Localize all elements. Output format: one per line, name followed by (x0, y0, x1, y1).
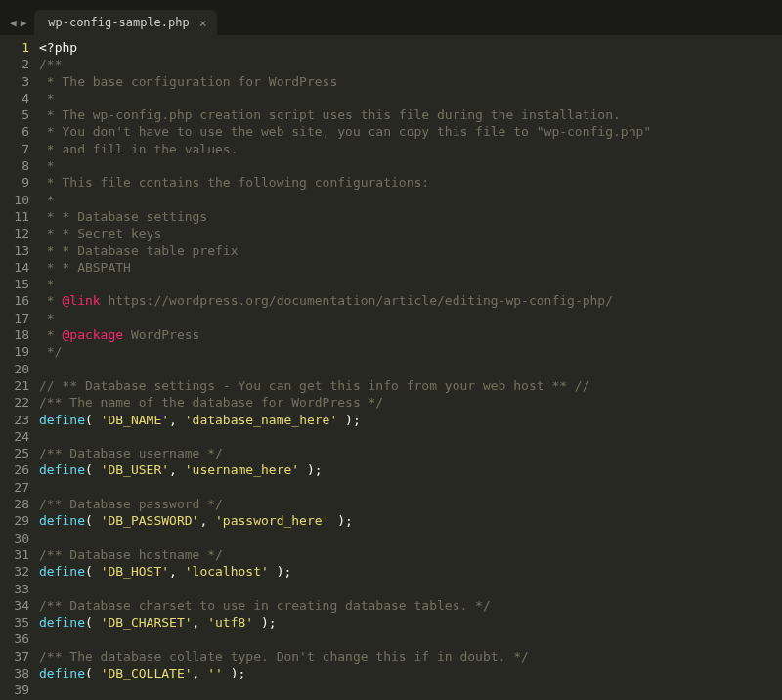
code-line[interactable]: * * Secret keys (39, 225, 782, 241)
code-line[interactable]: * @package WordPress (39, 327, 782, 343)
code-line[interactable]: /** (39, 56, 782, 72)
code-line[interactable]: * (39, 157, 782, 174)
line-number: 32 (6, 563, 29, 580)
code-line[interactable]: define( 'DB_CHARSET', 'utf8' ); (39, 614, 782, 631)
code-line[interactable]: <?php (39, 39, 782, 56)
code-line[interactable]: * * Database table prefix (39, 242, 782, 259)
code-line[interactable]: * (39, 192, 782, 208)
nav-back-icon[interactable]: ◀ (10, 17, 17, 29)
line-number: 11 (6, 208, 29, 225)
nav-forward-icon[interactable]: ▶ (21, 17, 27, 29)
file-tab-label: wp-config-sample.php (48, 16, 190, 29)
code-line[interactable]: * * Database settings (39, 208, 782, 225)
line-number: 9 (6, 174, 29, 191)
code-line[interactable]: // ** Database settings - You can get th… (39, 377, 782, 394)
code-line[interactable]: /** Database hostname */ (39, 547, 782, 563)
code-line[interactable] (39, 479, 782, 496)
line-number: 37 (6, 648, 29, 665)
line-number: 14 (6, 259, 29, 276)
code-line[interactable]: define( 'DB_USER', 'username_here' ); (39, 461, 782, 478)
code-line[interactable]: * * ABSPATH (39, 259, 782, 276)
line-number: 36 (6, 631, 29, 647)
code-area[interactable]: <?php/** * The base configuration for Wo… (39, 35, 782, 700)
code-line[interactable]: * The base configuration for WordPress (39, 73, 782, 90)
code-line[interactable] (39, 581, 782, 597)
line-number: 18 (6, 327, 29, 343)
line-number: 13 (6, 242, 29, 259)
line-number: 8 (6, 157, 29, 174)
line-number: 17 (6, 310, 29, 327)
line-number: 22 (6, 394, 29, 411)
line-number: 12 (6, 225, 29, 241)
nav-arrows: ◀ ▶ (8, 17, 34, 35)
line-number: 2 (6, 56, 29, 72)
code-line[interactable] (39, 361, 782, 377)
editor[interactable]: 1234567891011121314151617181920212223242… (0, 35, 782, 700)
line-number: 29 (6, 512, 29, 529)
code-line[interactable]: /** The name of the database for WordPre… (39, 394, 782, 411)
line-number: 19 (6, 343, 29, 360)
line-number: 35 (6, 614, 29, 631)
line-number: 38 (6, 665, 29, 681)
line-number: 30 (6, 530, 29, 547)
code-line[interactable]: * This file contains the following confi… (39, 174, 782, 191)
line-number: 34 (6, 597, 29, 614)
code-line[interactable]: * You don't have to use the web site, yo… (39, 123, 782, 140)
code-line[interactable]: * (39, 276, 782, 292)
code-line[interactable]: define( 'DB_NAME', 'database_name_here' … (39, 412, 782, 428)
code-line[interactable]: define( 'DB_COLLATE', '' ); (39, 665, 782, 681)
code-line[interactable] (39, 530, 782, 547)
line-number: 39 (6, 681, 29, 698)
code-line[interactable]: /** Database password */ (39, 496, 782, 512)
line-number: 28 (6, 496, 29, 512)
line-number: 26 (6, 461, 29, 478)
line-number: 27 (6, 479, 29, 496)
line-number: 3 (6, 73, 29, 90)
code-line[interactable] (39, 631, 782, 647)
line-number: 20 (6, 361, 29, 377)
line-number: 24 (6, 428, 29, 445)
close-icon[interactable]: × (199, 17, 207, 29)
line-number-gutter: 1234567891011121314151617181920212223242… (0, 35, 39, 700)
tab-bar: ◀ ▶ wp-config-sample.php × (0, 7, 782, 35)
code-line[interactable] (39, 428, 782, 445)
code-line[interactable]: /** Database username */ (39, 445, 782, 461)
line-number: 21 (6, 377, 29, 394)
line-number: 7 (6, 141, 29, 157)
line-number: 4 (6, 90, 29, 107)
line-number: 25 (6, 445, 29, 461)
code-line[interactable]: */ (39, 343, 782, 360)
code-line[interactable]: * (39, 310, 782, 327)
line-number: 10 (6, 192, 29, 208)
file-tab[interactable]: wp-config-sample.php × (34, 10, 216, 35)
line-number: 33 (6, 581, 29, 597)
code-line[interactable] (39, 681, 782, 698)
line-number: 15 (6, 276, 29, 292)
line-number: 5 (6, 107, 29, 123)
code-line[interactable]: /** Database charset to use in creating … (39, 597, 782, 614)
line-number: 31 (6, 547, 29, 563)
code-line[interactable]: define( 'DB_HOST', 'localhost' ); (39, 563, 782, 580)
line-number: 23 (6, 412, 29, 428)
line-number: 6 (6, 123, 29, 140)
code-line[interactable]: * and fill in the values. (39, 141, 782, 157)
line-number: 16 (6, 292, 29, 309)
code-line[interactable]: /** The database collate type. Don't cha… (39, 648, 782, 665)
line-number: 1 (6, 39, 29, 56)
code-line[interactable]: * The wp-config.php creation script uses… (39, 107, 782, 123)
code-line[interactable]: * @link https://wordpress.org/documentat… (39, 292, 782, 309)
code-line[interactable]: define( 'DB_PASSWORD', 'password_here' )… (39, 512, 782, 529)
code-line[interactable]: * (39, 90, 782, 107)
window-titlebar (0, 0, 782, 7)
